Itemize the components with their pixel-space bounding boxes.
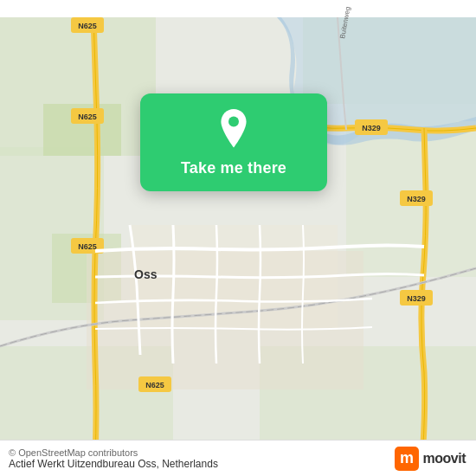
take-me-there-button[interactable]: Take me there [181, 159, 286, 177]
popup-card[interactable]: Take me there [140, 93, 327, 191]
svg-text:N625: N625 [78, 22, 97, 30]
location-text: Actief Werkt Uitzendbureau Oss, Netherla… [9, 458, 218, 470]
svg-point-27 [228, 117, 239, 127]
moovit-m-icon: m [395, 447, 419, 471]
footer-bar: © OpenStreetMap contributors Actief Werk… [0, 440, 476, 476]
map-background: N329 N329 N329 N625 N625 N625 N625 [0, 0, 476, 476]
map-container: N329 N329 N329 N625 N625 N625 N625 [0, 0, 476, 476]
svg-text:N625: N625 [78, 242, 97, 251]
svg-text:N329: N329 [407, 195, 426, 203]
copyright-text: © OpenStreetMap contributors [9, 447, 218, 458]
svg-text:N625: N625 [78, 113, 97, 121]
svg-text:N329: N329 [407, 294, 426, 303]
svg-text:N329: N329 [362, 124, 381, 132]
location-pin-icon [213, 109, 254, 151]
moovit-wordmark: moovit [423, 451, 466, 466]
svg-text:N625: N625 [145, 381, 164, 389]
moovit-logo: m moovit [395, 447, 466, 471]
svg-text:Oss: Oss [134, 267, 158, 281]
